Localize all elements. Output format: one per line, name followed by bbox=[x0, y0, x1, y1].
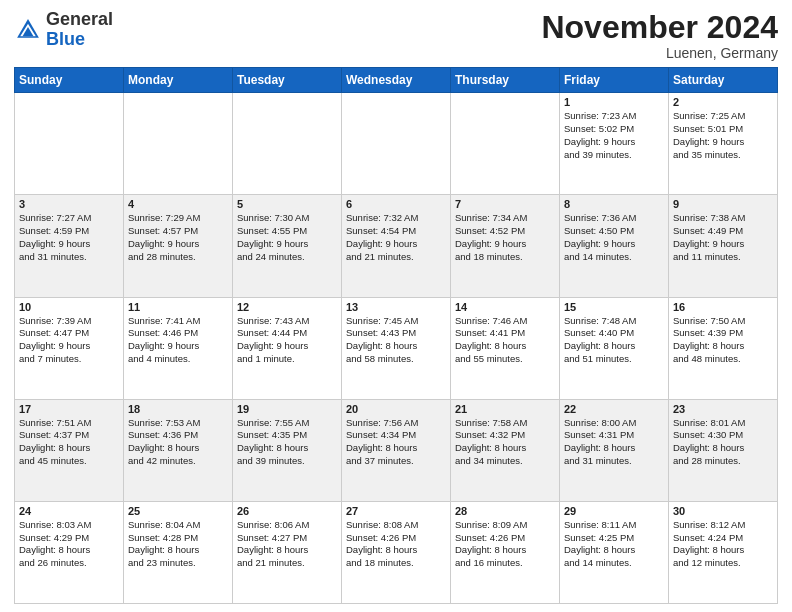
table-row: 14Sunrise: 7:46 AM Sunset: 4:41 PM Dayli… bbox=[451, 297, 560, 399]
calendar-week-row: 3Sunrise: 7:27 AM Sunset: 4:59 PM Daylig… bbox=[15, 195, 778, 297]
day-number: 4 bbox=[128, 198, 228, 210]
logo-blue: Blue bbox=[46, 29, 85, 49]
day-info: Sunrise: 7:45 AM Sunset: 4:43 PM Dayligh… bbox=[346, 315, 446, 366]
day-info: Sunrise: 8:03 AM Sunset: 4:29 PM Dayligh… bbox=[19, 519, 119, 570]
table-row: 25Sunrise: 8:04 AM Sunset: 4:28 PM Dayli… bbox=[124, 501, 233, 603]
table-row bbox=[124, 93, 233, 195]
header-sunday: Sunday bbox=[15, 68, 124, 93]
header-monday: Monday bbox=[124, 68, 233, 93]
day-info: Sunrise: 8:11 AM Sunset: 4:25 PM Dayligh… bbox=[564, 519, 664, 570]
table-row: 26Sunrise: 8:06 AM Sunset: 4:27 PM Dayli… bbox=[233, 501, 342, 603]
day-number: 7 bbox=[455, 198, 555, 210]
table-row: 17Sunrise: 7:51 AM Sunset: 4:37 PM Dayli… bbox=[15, 399, 124, 501]
day-number: 19 bbox=[237, 403, 337, 415]
table-row: 7Sunrise: 7:34 AM Sunset: 4:52 PM Daylig… bbox=[451, 195, 560, 297]
day-info: Sunrise: 7:39 AM Sunset: 4:47 PM Dayligh… bbox=[19, 315, 119, 366]
day-info: Sunrise: 7:55 AM Sunset: 4:35 PM Dayligh… bbox=[237, 417, 337, 468]
table-row: 22Sunrise: 8:00 AM Sunset: 4:31 PM Dayli… bbox=[560, 399, 669, 501]
month-title: November 2024 bbox=[541, 10, 778, 45]
day-number: 22 bbox=[564, 403, 664, 415]
table-row: 20Sunrise: 7:56 AM Sunset: 4:34 PM Dayli… bbox=[342, 399, 451, 501]
day-number: 3 bbox=[19, 198, 119, 210]
day-info: Sunrise: 7:36 AM Sunset: 4:50 PM Dayligh… bbox=[564, 212, 664, 263]
table-row: 29Sunrise: 8:11 AM Sunset: 4:25 PM Dayli… bbox=[560, 501, 669, 603]
calendar-header-row: Sunday Monday Tuesday Wednesday Thursday… bbox=[15, 68, 778, 93]
table-row: 9Sunrise: 7:38 AM Sunset: 4:49 PM Daylig… bbox=[669, 195, 778, 297]
day-number: 12 bbox=[237, 301, 337, 313]
day-number: 5 bbox=[237, 198, 337, 210]
day-info: Sunrise: 7:23 AM Sunset: 5:02 PM Dayligh… bbox=[564, 110, 664, 161]
table-row bbox=[342, 93, 451, 195]
table-row: 4Sunrise: 7:29 AM Sunset: 4:57 PM Daylig… bbox=[124, 195, 233, 297]
day-info: Sunrise: 7:58 AM Sunset: 4:32 PM Dayligh… bbox=[455, 417, 555, 468]
table-row bbox=[15, 93, 124, 195]
day-number: 11 bbox=[128, 301, 228, 313]
table-row: 1Sunrise: 7:23 AM Sunset: 5:02 PM Daylig… bbox=[560, 93, 669, 195]
table-row: 5Sunrise: 7:30 AM Sunset: 4:55 PM Daylig… bbox=[233, 195, 342, 297]
day-number: 18 bbox=[128, 403, 228, 415]
day-info: Sunrise: 7:38 AM Sunset: 4:49 PM Dayligh… bbox=[673, 212, 773, 263]
table-row: 3Sunrise: 7:27 AM Sunset: 4:59 PM Daylig… bbox=[15, 195, 124, 297]
logo-general: General bbox=[46, 9, 113, 29]
logo-icon bbox=[14, 16, 42, 44]
day-number: 1 bbox=[564, 96, 664, 108]
table-row bbox=[233, 93, 342, 195]
logo: General Blue bbox=[14, 10, 113, 50]
calendar-week-row: 10Sunrise: 7:39 AM Sunset: 4:47 PM Dayli… bbox=[15, 297, 778, 399]
day-info: Sunrise: 8:12 AM Sunset: 4:24 PM Dayligh… bbox=[673, 519, 773, 570]
calendar-week-row: 24Sunrise: 8:03 AM Sunset: 4:29 PM Dayli… bbox=[15, 501, 778, 603]
day-info: Sunrise: 8:00 AM Sunset: 4:31 PM Dayligh… bbox=[564, 417, 664, 468]
day-number: 24 bbox=[19, 505, 119, 517]
day-number: 10 bbox=[19, 301, 119, 313]
table-row: 30Sunrise: 8:12 AM Sunset: 4:24 PM Dayli… bbox=[669, 501, 778, 603]
day-number: 14 bbox=[455, 301, 555, 313]
table-row: 28Sunrise: 8:09 AM Sunset: 4:26 PM Dayli… bbox=[451, 501, 560, 603]
header: General Blue November 2024 Luenen, Germa… bbox=[14, 10, 778, 61]
day-number: 13 bbox=[346, 301, 446, 313]
day-number: 27 bbox=[346, 505, 446, 517]
table-row: 11Sunrise: 7:41 AM Sunset: 4:46 PM Dayli… bbox=[124, 297, 233, 399]
day-number: 26 bbox=[237, 505, 337, 517]
table-row: 12Sunrise: 7:43 AM Sunset: 4:44 PM Dayli… bbox=[233, 297, 342, 399]
day-number: 29 bbox=[564, 505, 664, 517]
table-row: 8Sunrise: 7:36 AM Sunset: 4:50 PM Daylig… bbox=[560, 195, 669, 297]
table-row: 13Sunrise: 7:45 AM Sunset: 4:43 PM Dayli… bbox=[342, 297, 451, 399]
day-number: 9 bbox=[673, 198, 773, 210]
day-number: 28 bbox=[455, 505, 555, 517]
page: General Blue November 2024 Luenen, Germa… bbox=[0, 0, 792, 612]
day-info: Sunrise: 7:25 AM Sunset: 5:01 PM Dayligh… bbox=[673, 110, 773, 161]
day-number: 20 bbox=[346, 403, 446, 415]
day-number: 8 bbox=[564, 198, 664, 210]
header-friday: Friday bbox=[560, 68, 669, 93]
table-row: 23Sunrise: 8:01 AM Sunset: 4:30 PM Dayli… bbox=[669, 399, 778, 501]
table-row: 27Sunrise: 8:08 AM Sunset: 4:26 PM Dayli… bbox=[342, 501, 451, 603]
day-info: Sunrise: 7:50 AM Sunset: 4:39 PM Dayligh… bbox=[673, 315, 773, 366]
day-number: 6 bbox=[346, 198, 446, 210]
table-row: 21Sunrise: 7:58 AM Sunset: 4:32 PM Dayli… bbox=[451, 399, 560, 501]
table-row bbox=[451, 93, 560, 195]
header-thursday: Thursday bbox=[451, 68, 560, 93]
day-number: 25 bbox=[128, 505, 228, 517]
day-info: Sunrise: 7:34 AM Sunset: 4:52 PM Dayligh… bbox=[455, 212, 555, 263]
day-info: Sunrise: 7:56 AM Sunset: 4:34 PM Dayligh… bbox=[346, 417, 446, 468]
day-info: Sunrise: 7:51 AM Sunset: 4:37 PM Dayligh… bbox=[19, 417, 119, 468]
location: Luenen, Germany bbox=[541, 45, 778, 61]
day-number: 17 bbox=[19, 403, 119, 415]
table-row: 10Sunrise: 7:39 AM Sunset: 4:47 PM Dayli… bbox=[15, 297, 124, 399]
day-info: Sunrise: 7:41 AM Sunset: 4:46 PM Dayligh… bbox=[128, 315, 228, 366]
day-info: Sunrise: 8:04 AM Sunset: 4:28 PM Dayligh… bbox=[128, 519, 228, 570]
day-info: Sunrise: 7:29 AM Sunset: 4:57 PM Dayligh… bbox=[128, 212, 228, 263]
day-info: Sunrise: 8:01 AM Sunset: 4:30 PM Dayligh… bbox=[673, 417, 773, 468]
day-info: Sunrise: 8:06 AM Sunset: 4:27 PM Dayligh… bbox=[237, 519, 337, 570]
table-row: 15Sunrise: 7:48 AM Sunset: 4:40 PM Dayli… bbox=[560, 297, 669, 399]
header-saturday: Saturday bbox=[669, 68, 778, 93]
day-info: Sunrise: 7:46 AM Sunset: 4:41 PM Dayligh… bbox=[455, 315, 555, 366]
day-number: 16 bbox=[673, 301, 773, 313]
table-row: 24Sunrise: 8:03 AM Sunset: 4:29 PM Dayli… bbox=[15, 501, 124, 603]
calendar-week-row: 17Sunrise: 7:51 AM Sunset: 4:37 PM Dayli… bbox=[15, 399, 778, 501]
day-info: Sunrise: 7:43 AM Sunset: 4:44 PM Dayligh… bbox=[237, 315, 337, 366]
day-number: 21 bbox=[455, 403, 555, 415]
day-info: Sunrise: 7:27 AM Sunset: 4:59 PM Dayligh… bbox=[19, 212, 119, 263]
day-number: 2 bbox=[673, 96, 773, 108]
day-info: Sunrise: 8:08 AM Sunset: 4:26 PM Dayligh… bbox=[346, 519, 446, 570]
